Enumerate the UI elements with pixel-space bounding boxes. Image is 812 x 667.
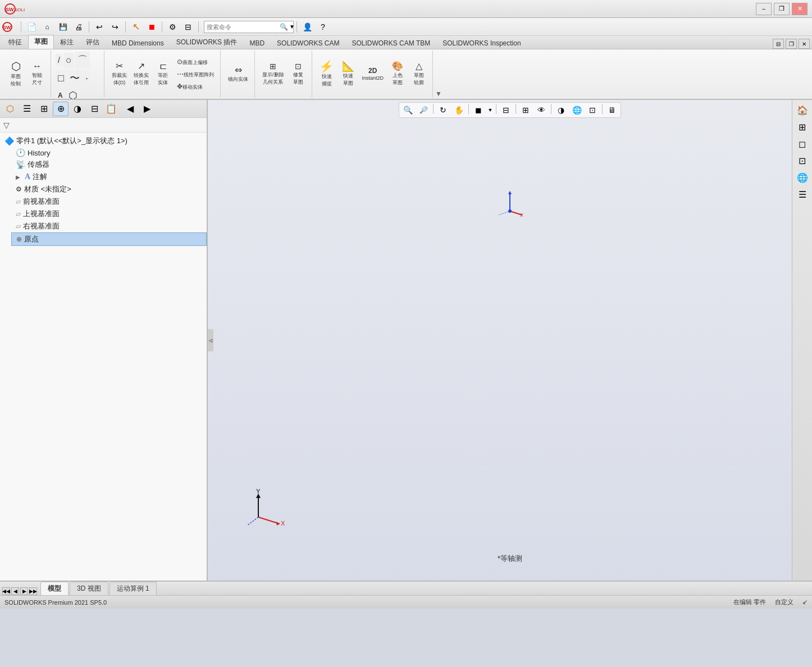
show-relation-button[interactable]: ⊞ 显示/删除几何关系 (259, 61, 287, 88)
tree-top-plane-item[interactable]: ▱ 上视基准面 (11, 208, 207, 220)
collapse-panel-handle[interactable]: ◁ (208, 329, 213, 351)
pt-custom-btn[interactable]: 📋 (103, 102, 119, 116)
rp-view3-btn[interactable]: ⊡ (794, 153, 811, 168)
arc-button[interactable]: ⌒ (75, 52, 90, 68)
pt-featuremgr-btn[interactable]: ⬡ (2, 102, 18, 116)
tab-markup[interactable]: 标注 (54, 35, 80, 49)
viewport[interactable]: ◁ 🔍 🔎 ↻ ✋ ◼ ▼ ⊟ ⊞ 👁 ◑ 🌐 ⊡ 🖥 (208, 100, 812, 581)
vp-display2-btn[interactable]: ⊡ (585, 104, 600, 116)
qat-help-btn[interactable]: ? (316, 20, 330, 34)
nav-prev-btn[interactable]: ◀ (11, 587, 19, 595)
vp-hide-show-btn[interactable]: 👁 (534, 104, 549, 116)
surface-button[interactable]: ⊙ 曲面上偏移 (174, 56, 211, 68)
qat-undo-btn[interactable]: ↩ (92, 20, 107, 34)
ribbon-expand-btn[interactable]: ❐ (786, 39, 797, 49)
status-icon[interactable]: ↙ (802, 599, 808, 606)
tab-solidworks-inspection[interactable]: SOLIDWORKS Inspection (436, 37, 527, 49)
qat-gear-btn[interactable]: ⚙ (165, 20, 180, 34)
text-button[interactable]: A (56, 90, 65, 100)
ribbon-minimize-btn[interactable]: ⊟ (773, 39, 784, 49)
point-button[interactable]: · (83, 71, 90, 86)
filter-icon[interactable]: ▽ (3, 121, 10, 130)
vp-zoom-in-btn[interactable]: 🔎 (416, 104, 431, 116)
ribbon-expand-chevron[interactable]: ▼ (435, 90, 442, 98)
rp-home-btn[interactable]: 🏠 (794, 102, 811, 118)
vp-appearance-btn[interactable]: ◑ (554, 104, 568, 116)
qat-customize-btn[interactable]: ⊟ (181, 20, 195, 34)
qat-select-btn[interactable]: ↖ (129, 20, 143, 34)
pt-back-btn[interactable]: ◀ (122, 102, 138, 116)
tab-sketch[interactable]: 草图 (28, 35, 54, 49)
trim-button[interactable]: ✂ 剪裁实体(D) (109, 60, 130, 88)
tab-model[interactable]: 模型 (40, 582, 69, 595)
vp-display-style-btn[interactable]: ◼ (471, 104, 486, 116)
qat-open-btn[interactable]: ⌂ (40, 20, 54, 34)
fix-sketch-button[interactable]: ⊡ 修复草图 (288, 61, 308, 88)
tree-right-plane-item[interactable]: ▱ 右视基准面 (11, 220, 207, 232)
tab-mbd[interactable]: MBD (243, 37, 271, 49)
tab-3d-view[interactable]: 3D 视图 (70, 582, 108, 595)
qat-search-input[interactable] (207, 24, 280, 30)
tab-solidworks-cam[interactable]: SOLIDWORKS CAM (271, 37, 345, 49)
minimize-button[interactable]: − (756, 3, 772, 15)
rp-view1-btn[interactable]: ⊞ (794, 119, 811, 135)
annotation-expand-icon[interactable]: ▶ (16, 174, 22, 180)
tree-front-plane-item[interactable]: ▱ 前视基准面 (11, 195, 207, 208)
line-button[interactable]: / (56, 54, 62, 66)
qat-redo-btn[interactable]: ↪ (108, 20, 122, 34)
pattern-button[interactable]: ⋯ 线性草图阵列 (174, 68, 217, 80)
ribbon-help-btn[interactable]: ✕ (799, 39, 810, 49)
pt-forward-btn[interactable]: ▶ (139, 102, 155, 116)
quick-sketch-button[interactable]: 📐 快速草图 (338, 60, 358, 89)
tree-history-item[interactable]: 🕐 History (11, 147, 207, 158)
vp-view-orient-btn[interactable]: ⊞ (518, 104, 533, 116)
search-dropdown-icon[interactable]: ▼ (289, 24, 295, 30)
restore-button[interactable]: ❐ (774, 3, 790, 15)
titlebar-controls[interactable]: − ❐ ✕ (756, 3, 808, 15)
qat-search-box[interactable]: 🔍 ▼ (204, 21, 294, 33)
tab-evaluate[interactable]: 评估 (80, 35, 106, 49)
close-button[interactable]: ✕ (792, 3, 808, 15)
qat-print-btn[interactable]: 🖨 (71, 20, 86, 34)
tree-sensor-item[interactable]: 📡 传感器 (11, 158, 207, 171)
qat-stop-btn[interactable]: ⏹ (144, 20, 159, 34)
vp-section-btn[interactable]: ⊟ (499, 104, 513, 116)
pt-dimxpert-btn[interactable]: ⊕ (53, 102, 69, 116)
rp-view2-btn[interactable]: ◻ (794, 136, 811, 152)
move-button[interactable]: ✥ 移动实体 (174, 81, 206, 93)
vp-rotate-btn[interactable]: ↻ (436, 104, 450, 116)
vp-zoom-to-fit-btn[interactable]: 🔍 (400, 104, 415, 116)
qat-save-btn[interactable]: 💾 (56, 20, 70, 34)
circle-button[interactable]: ○ (63, 53, 74, 68)
smart-dim-button[interactable]: ↔ 智能尺寸 (27, 60, 47, 88)
tree-material-item[interactable]: ⚙ 材质 <未指定> (11, 183, 207, 195)
pt-appear-btn[interactable]: ⊟ (86, 102, 102, 116)
sketch-draw-button[interactable]: ⬡ 草图绘制 (6, 59, 26, 89)
contour-button[interactable]: △ 草图轮廓 (409, 60, 429, 88)
rect-button[interactable]: □ (56, 71, 66, 86)
nav-next-btn[interactable]: ▶ (20, 587, 28, 595)
spline-button[interactable]: 〜 (67, 70, 82, 86)
tab-solidworks-cam-tbm[interactable]: SOLIDWORKS CAM TBM (345, 37, 436, 49)
rp-list-btn[interactable]: ☰ (794, 186, 811, 202)
polygon-button[interactable]: ⬡ (66, 88, 80, 100)
tab-solidworks-plugins[interactable]: SOLIDWORKS 插件 (170, 35, 244, 49)
rp-globe-btn[interactable]: 🌐 (794, 170, 811, 185)
vp-monitor-btn[interactable]: 🖥 (605, 104, 619, 116)
nav-last-btn[interactable]: ▶▶ (29, 587, 37, 595)
pt-configmgr-btn[interactable]: ⊞ (36, 102, 52, 116)
convert-button[interactable]: ↗ 转换实体引用 (131, 60, 152, 88)
quick-capture-button[interactable]: ⚡ 快速捕捉 (317, 59, 337, 89)
tree-annotation-item[interactable]: ▶ A 注解 (11, 171, 207, 183)
tab-features[interactable]: 特征 (2, 35, 28, 49)
instant2d-button[interactable]: 2D Instant2D (359, 66, 387, 83)
vp-display-dropdown-btn[interactable]: ▼ (487, 104, 494, 116)
nav-first-btn[interactable]: ◀◀ (2, 587, 10, 595)
mirror-button[interactable]: ⇔ 镜向实体 (225, 64, 251, 85)
qat-new-btn[interactable]: 📄 (24, 20, 39, 34)
color-sketch-button[interactable]: 🎨 上色草图 (387, 60, 408, 88)
pt-propmgr-btn[interactable]: ☰ (19, 102, 35, 116)
tree-root-item[interactable]: 🔷 零件1 (默认<<默认>_显示状态 1>) (0, 135, 207, 147)
tab-motion[interactable]: 运动算例 1 (110, 582, 157, 595)
tree-origin-item[interactable]: ⊕ 原点 (11, 232, 207, 246)
